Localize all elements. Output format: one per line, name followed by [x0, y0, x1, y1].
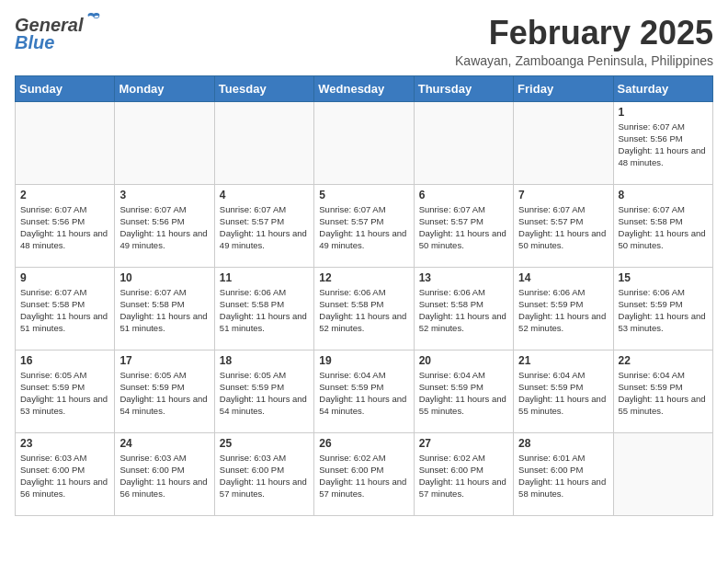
day-number: 10: [119, 271, 209, 284]
calendar-cell: 20Sunrise: 6:04 AM Sunset: 5:59 PM Dayli…: [414, 350, 513, 432]
day-number: 16: [20, 354, 109, 367]
weekday-header-thursday: Thursday: [414, 75, 513, 101]
weekday-header-friday: Friday: [514, 75, 613, 101]
day-number: 1: [619, 106, 708, 119]
calendar-cell: [214, 101, 313, 184]
day-info: Sunrise: 6:06 AM Sunset: 5:58 PM Dayligh…: [220, 286, 309, 335]
day-info: Sunrise: 6:04 AM Sunset: 5:59 PM Dayligh…: [319, 369, 408, 418]
calendar-cell: 9Sunrise: 6:07 AM Sunset: 5:58 PM Daylig…: [16, 267, 115, 350]
calendar-cell: 4Sunrise: 6:07 AM Sunset: 5:57 PM Daylig…: [214, 184, 313, 267]
calendar-cell: [514, 101, 613, 184]
calendar-cell: 24Sunrise: 6:03 AM Sunset: 6:00 PM Dayli…: [115, 432, 214, 515]
day-info: Sunrise: 6:07 AM Sunset: 5:58 PM Dayligh…: [20, 286, 109, 335]
calendar-cell: 7Sunrise: 6:07 AM Sunset: 5:57 PM Daylig…: [514, 184, 613, 267]
day-number: 28: [518, 437, 608, 450]
day-number: 12: [319, 271, 408, 284]
day-info: Sunrise: 6:05 AM Sunset: 5:59 PM Dayligh…: [20, 369, 109, 418]
day-number: 3: [119, 189, 209, 201]
calendar-table: SundayMondayTuesdayWednesdayThursdayFrid…: [15, 75, 713, 516]
day-number: 20: [419, 354, 508, 367]
weekday-header-wednesday: Wednesday: [314, 75, 414, 101]
day-info: Sunrise: 6:07 AM Sunset: 5:57 PM Dayligh…: [220, 203, 309, 252]
day-info: Sunrise: 6:03 AM Sunset: 6:00 PM Dayligh…: [20, 452, 109, 500]
logo-blue: Blue: [15, 32, 54, 53]
calendar-cell: 12Sunrise: 6:06 AM Sunset: 5:58 PM Dayli…: [314, 267, 414, 350]
weekday-header-saturday: Saturday: [613, 75, 712, 101]
day-number: 18: [220, 354, 309, 367]
day-info: Sunrise: 6:07 AM Sunset: 5:57 PM Dayligh…: [419, 203, 508, 252]
calendar-cell: 22Sunrise: 6:04 AM Sunset: 5:59 PM Dayli…: [613, 350, 712, 432]
day-number: 24: [119, 437, 209, 450]
day-number: 19: [319, 354, 408, 367]
day-info: Sunrise: 6:07 AM Sunset: 5:56 PM Dayligh…: [20, 203, 109, 252]
calendar-cell: 1Sunrise: 6:07 AM Sunset: 5:56 PM Daylig…: [613, 101, 712, 184]
day-info: Sunrise: 6:04 AM Sunset: 5:59 PM Dayligh…: [619, 369, 708, 418]
day-number: 11: [220, 271, 309, 284]
calendar-cell: 16Sunrise: 6:05 AM Sunset: 5:59 PM Dayli…: [16, 350, 115, 432]
calendar-week-row: 16Sunrise: 6:05 AM Sunset: 5:59 PM Dayli…: [16, 350, 713, 432]
day-info: Sunrise: 6:02 AM Sunset: 6:00 PM Dayligh…: [419, 452, 508, 500]
calendar-cell: [16, 101, 115, 184]
day-info: Sunrise: 6:07 AM Sunset: 5:57 PM Dayligh…: [319, 203, 408, 252]
day-number: 21: [518, 354, 608, 367]
title-block: February 2025 Kawayan, Zamboanga Peninsu…: [455, 15, 713, 68]
calendar-cell: 15Sunrise: 6:06 AM Sunset: 5:59 PM Dayli…: [613, 267, 712, 350]
day-number: 25: [220, 437, 309, 450]
day-info: Sunrise: 6:07 AM Sunset: 5:58 PM Dayligh…: [619, 203, 708, 252]
day-number: 23: [20, 437, 109, 450]
day-info: Sunrise: 6:01 AM Sunset: 6:00 PM Dayligh…: [518, 452, 608, 500]
day-info: Sunrise: 6:07 AM Sunset: 5:57 PM Dayligh…: [518, 203, 608, 252]
calendar-cell: 21Sunrise: 6:04 AM Sunset: 5:59 PM Dayli…: [514, 350, 613, 432]
calendar-cell: 8Sunrise: 6:07 AM Sunset: 5:58 PM Daylig…: [613, 184, 712, 267]
calendar-cell: 18Sunrise: 6:05 AM Sunset: 5:59 PM Dayli…: [214, 350, 313, 432]
calendar-cell: 6Sunrise: 6:07 AM Sunset: 5:57 PM Daylig…: [414, 184, 513, 267]
page-header: General Blue February 2025 Kawayan, Zamb…: [15, 15, 713, 68]
day-number: 9: [20, 271, 109, 284]
day-number: 26: [319, 437, 408, 450]
day-info: Sunrise: 6:07 AM Sunset: 5:56 PM Dayligh…: [119, 203, 209, 252]
logo: General Blue: [15, 15, 103, 53]
day-number: 4: [220, 189, 309, 201]
day-number: 7: [518, 189, 608, 201]
day-info: Sunrise: 6:03 AM Sunset: 6:00 PM Dayligh…: [119, 452, 209, 500]
weekday-header-tuesday: Tuesday: [214, 75, 313, 101]
day-info: Sunrise: 6:02 AM Sunset: 6:00 PM Dayligh…: [319, 452, 408, 500]
day-number: 14: [518, 271, 608, 284]
calendar-cell: 28Sunrise: 6:01 AM Sunset: 6:00 PM Dayli…: [514, 432, 613, 515]
calendar-cell: [314, 101, 414, 184]
day-info: Sunrise: 6:06 AM Sunset: 5:59 PM Dayligh…: [619, 286, 708, 335]
day-info: Sunrise: 6:06 AM Sunset: 5:58 PM Dayligh…: [419, 286, 508, 335]
calendar-week-row: 23Sunrise: 6:03 AM Sunset: 6:00 PM Dayli…: [16, 432, 713, 515]
day-info: Sunrise: 6:06 AM Sunset: 5:58 PM Dayligh…: [319, 286, 408, 335]
calendar-cell: 17Sunrise: 6:05 AM Sunset: 5:59 PM Dayli…: [115, 350, 214, 432]
calendar-cell: [613, 432, 712, 515]
calendar-cell: 23Sunrise: 6:03 AM Sunset: 6:00 PM Dayli…: [16, 432, 115, 515]
calendar-cell: 14Sunrise: 6:06 AM Sunset: 5:59 PM Dayli…: [514, 267, 613, 350]
calendar-week-row: 1Sunrise: 6:07 AM Sunset: 5:56 PM Daylig…: [16, 101, 713, 184]
day-number: 5: [319, 189, 408, 201]
calendar-cell: 3Sunrise: 6:07 AM Sunset: 5:56 PM Daylig…: [115, 184, 214, 267]
day-info: Sunrise: 6:06 AM Sunset: 5:59 PM Dayligh…: [518, 286, 608, 335]
calendar-week-row: 9Sunrise: 6:07 AM Sunset: 5:58 PM Daylig…: [16, 267, 713, 350]
calendar-cell: 25Sunrise: 6:03 AM Sunset: 6:00 PM Dayli…: [214, 432, 313, 515]
day-number: 27: [419, 437, 508, 450]
calendar-cell: 2Sunrise: 6:07 AM Sunset: 5:56 PM Daylig…: [16, 184, 115, 267]
calendar-cell: 26Sunrise: 6:02 AM Sunset: 6:00 PM Dayli…: [314, 432, 414, 515]
day-number: 22: [619, 354, 708, 367]
day-info: Sunrise: 6:04 AM Sunset: 5:59 PM Dayligh…: [419, 369, 508, 418]
month-year-title: February 2025: [455, 15, 713, 52]
calendar-cell: 5Sunrise: 6:07 AM Sunset: 5:57 PM Daylig…: [314, 184, 414, 267]
day-info: Sunrise: 6:03 AM Sunset: 6:00 PM Dayligh…: [220, 452, 309, 500]
location-subtitle: Kawayan, Zamboanga Peninsula, Philippine…: [455, 53, 713, 68]
weekday-header-sunday: Sunday: [16, 75, 115, 101]
calendar-cell: 11Sunrise: 6:06 AM Sunset: 5:58 PM Dayli…: [214, 267, 313, 350]
day-number: 2: [20, 189, 109, 201]
calendar-week-row: 2Sunrise: 6:07 AM Sunset: 5:56 PM Daylig…: [16, 184, 713, 267]
weekday-header-row: SundayMondayTuesdayWednesdayThursdayFrid…: [16, 75, 713, 101]
calendar-cell: 13Sunrise: 6:06 AM Sunset: 5:58 PM Dayli…: [414, 267, 513, 350]
weekday-header-monday: Monday: [115, 75, 214, 101]
day-number: 17: [119, 354, 209, 367]
calendar-cell: [115, 101, 214, 184]
day-info: Sunrise: 6:05 AM Sunset: 5:59 PM Dayligh…: [220, 369, 309, 418]
day-number: 13: [419, 271, 508, 284]
